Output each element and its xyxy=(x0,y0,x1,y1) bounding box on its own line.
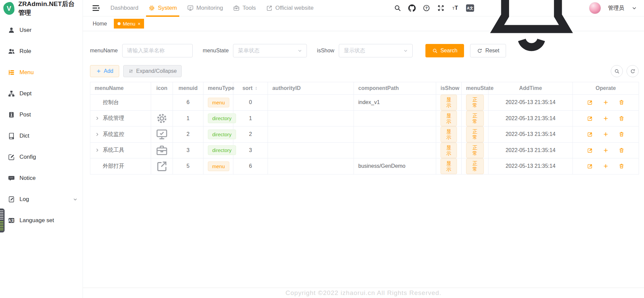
sidebar-item-user[interactable]: User xyxy=(0,19,83,41)
menu-state-select[interactable]: 菜单状态 xyxy=(233,44,307,57)
tab-official-website[interactable]: Official website xyxy=(261,0,319,16)
add-button[interactable]: Add xyxy=(90,65,119,77)
tag-menu-active[interactable]: Menu × xyxy=(114,19,144,29)
sidebar-item-label: Dict xyxy=(19,133,29,139)
translate-icon[interactable]: A文 xyxy=(466,4,474,12)
sidebar-item-menu[interactable]: Menu xyxy=(0,62,83,83)
expand-collapse-button[interactable]: Expand/Collapse xyxy=(123,65,182,77)
add-child-icon[interactable] xyxy=(603,115,609,121)
menu-type-badge: directory xyxy=(208,130,236,139)
add-child-icon[interactable] xyxy=(603,163,609,169)
svg-text:?: ? xyxy=(425,6,428,10)
menuid-cell: 2 xyxy=(173,127,203,143)
app-title: ZRAdmin.NET后台管理 xyxy=(18,0,79,17)
show-search-button[interactable] xyxy=(611,65,623,77)
menu-state-badge: 正常 xyxy=(466,95,484,110)
sidebar-item-config[interactable]: Config xyxy=(0,146,83,167)
tag-label: Menu xyxy=(123,21,136,27)
notifications-bell[interactable] xyxy=(481,0,582,58)
github-icon[interactable] xyxy=(408,4,416,12)
sidebar-item-role[interactable]: Role xyxy=(0,41,83,62)
sort-header[interactable]: sort xyxy=(242,85,259,91)
edit-icon[interactable] xyxy=(587,131,593,137)
chevron-right-icon[interactable] xyxy=(95,148,100,153)
add-child-icon[interactable] xyxy=(603,147,609,153)
chevron-down-icon[interactable] xyxy=(631,5,637,11)
delete-icon[interactable] xyxy=(618,131,625,137)
authority-id-cell xyxy=(268,110,354,127)
chevron-right-icon[interactable] xyxy=(95,132,100,137)
menuid-cell: 3 xyxy=(173,142,203,158)
add-child-icon[interactable] xyxy=(603,99,609,105)
search-icon[interactable] xyxy=(394,4,401,12)
edit-icon[interactable] xyxy=(587,99,593,105)
is-show-badge: 显示 xyxy=(441,111,457,127)
menuid-cell: 6 xyxy=(173,95,203,111)
edit-icon[interactable] xyxy=(587,115,593,121)
table-row: 系统管理 1 directory 1 显示 正常 2022-05-13 21:3… xyxy=(90,110,639,127)
sidebar-item-dict[interactable]: Dict xyxy=(0,125,83,146)
close-icon[interactable]: × xyxy=(138,21,140,26)
component-path-cell xyxy=(354,110,436,127)
sort-caret-icon[interactable] xyxy=(254,85,259,91)
browser-extension-widget[interactable] xyxy=(0,208,5,233)
toolbar-right xyxy=(611,65,639,77)
delete-icon[interactable] xyxy=(618,147,625,153)
table-row: 系统工具 3 directory 3 显示 正常 2022-05-13 21:3… xyxy=(90,142,639,158)
tab-system[interactable]: System xyxy=(143,0,182,16)
sidebar-item-language-set[interactable]: A文 Language set xyxy=(0,210,83,231)
delete-icon[interactable] xyxy=(618,115,625,121)
authority-id-cell xyxy=(268,127,354,143)
is-show-badge: 显示 xyxy=(441,95,457,110)
log-note-icon xyxy=(8,196,15,203)
app-logo-row[interactable]: V ZRAdmin.NET后台管理 xyxy=(0,0,83,17)
menu-name-cell: 外部打开 xyxy=(103,163,124,170)
sort-cell: 1 xyxy=(233,110,268,127)
toolbox-icon xyxy=(155,144,168,157)
is-show-select[interactable]: 显示状态 xyxy=(339,44,413,57)
chevron-right-icon[interactable] xyxy=(95,116,100,121)
add-child-icon[interactable] xyxy=(603,131,609,137)
fullscreen-icon[interactable] xyxy=(437,4,445,12)
authority-id-cell xyxy=(268,142,354,158)
font-size-icon[interactable]: TT xyxy=(452,4,459,12)
table-toolbar: Add Expand/Collapse xyxy=(90,65,639,77)
menu-name-cell: 系统工具 xyxy=(103,147,124,154)
menu-state-badge: 正常 xyxy=(466,127,484,142)
sidebar-item-post[interactable]: Post xyxy=(0,104,83,125)
sidebar-item-log[interactable]: Log xyxy=(0,189,83,210)
monitor-icon xyxy=(155,128,168,141)
help-icon[interactable]: ? xyxy=(423,4,430,12)
tab-tools[interactable]: Tools xyxy=(228,0,261,16)
tab-dashboard[interactable]: Dashboard xyxy=(105,0,143,16)
edit-icon[interactable] xyxy=(587,163,593,169)
menu-name-input[interactable]: 请输入菜单名称 xyxy=(122,44,193,57)
sidebar-collapse-icon[interactable] xyxy=(91,4,100,12)
avatar[interactable] xyxy=(589,2,601,14)
widget-stripes-green xyxy=(0,221,3,231)
table-row: 控制台 6 menu 0 index_v1 显示 正常 2022-05-13 2… xyxy=(90,95,639,111)
col-menu-name: menuName xyxy=(90,82,151,95)
col-menu-state: menuState xyxy=(462,82,489,95)
svg-text:A文: A文 xyxy=(8,218,15,222)
is-show-badge: 显示 xyxy=(441,143,457,158)
delete-icon[interactable] xyxy=(618,99,625,105)
edit-icon[interactable] xyxy=(587,147,593,153)
sort-label: sort xyxy=(242,85,252,91)
refresh-button[interactable] xyxy=(627,65,639,77)
add-button-label: Add xyxy=(104,68,113,74)
search-button[interactable]: Search xyxy=(425,44,464,57)
add-time-cell: 2022-05-13 21:35:14 xyxy=(489,158,573,175)
component-path-cell xyxy=(354,142,436,158)
svg-text:T: T xyxy=(452,6,455,10)
tag-home[interactable]: Home xyxy=(91,19,109,28)
sidebar-item-label: Log xyxy=(19,196,29,203)
add-time-cell: 2022-05-13 21:35:14 xyxy=(489,142,573,158)
tab-monitoring[interactable]: Monitoring xyxy=(182,0,228,16)
sidebar-item-notice[interactable]: Notice xyxy=(0,167,83,189)
sidebar-item-label: Notice xyxy=(19,175,36,182)
sidebar-item-dept[interactable]: Dept xyxy=(0,83,83,104)
user-name[interactable]: 管理员 xyxy=(608,5,624,12)
delete-icon[interactable] xyxy=(618,163,625,169)
tab-label: Official website xyxy=(275,5,314,11)
